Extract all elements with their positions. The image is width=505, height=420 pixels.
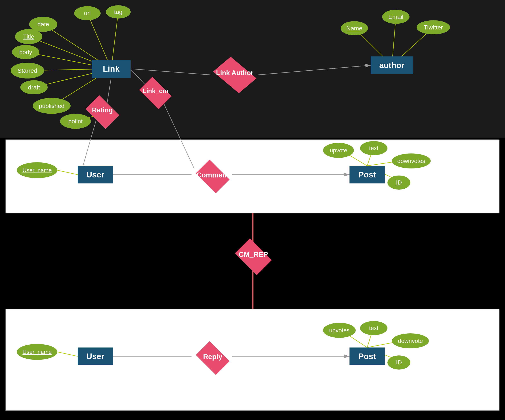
attr-email: Email (382, 10, 410, 24)
attr-name: Name (341, 21, 368, 35)
diamond-comment: Comment (191, 166, 234, 187)
diamond-link-cm: Link_cm (135, 83, 176, 103)
attr-text-bot: text (360, 321, 387, 335)
entity-author: author (371, 56, 413, 74)
entity-post-bot: Post (349, 347, 385, 365)
attr-upvotes-bot: upvotes (323, 323, 356, 338)
diamond-link-author: Link Author (211, 63, 259, 86)
attr-username-bot: User_name (17, 344, 57, 360)
attr-poiint: poiint (60, 114, 91, 129)
entity-user-bot: User (78, 347, 113, 365)
attr-id-top: ID (387, 175, 410, 190)
entity-link: Link (92, 60, 131, 78)
attr-body: body (12, 45, 39, 59)
attr-username-top: User_name (17, 162, 57, 178)
attr-starred: Starred (11, 63, 44, 79)
diamond-cm-rep: CM_REP (230, 245, 276, 268)
attr-text-top: text (360, 141, 387, 155)
attr-twitter: Tiwitter (417, 20, 450, 34)
entity-post-top: Post (349, 166, 385, 184)
attr-downvote-bot: downvote (392, 334, 429, 348)
attr-id-bot: ID (387, 355, 410, 370)
attr-draft: draft (20, 80, 48, 94)
attr-downvotes-top: downvotes (392, 154, 431, 168)
entity-user-top: User (78, 166, 113, 184)
diamond-reply: Reply (191, 347, 234, 369)
attr-title: Title (15, 29, 42, 44)
attr-tag: tag (106, 5, 131, 19)
attr-published: published (33, 98, 71, 114)
attr-url: url (74, 6, 101, 20)
attr-upvote-top: upvote (323, 143, 354, 158)
